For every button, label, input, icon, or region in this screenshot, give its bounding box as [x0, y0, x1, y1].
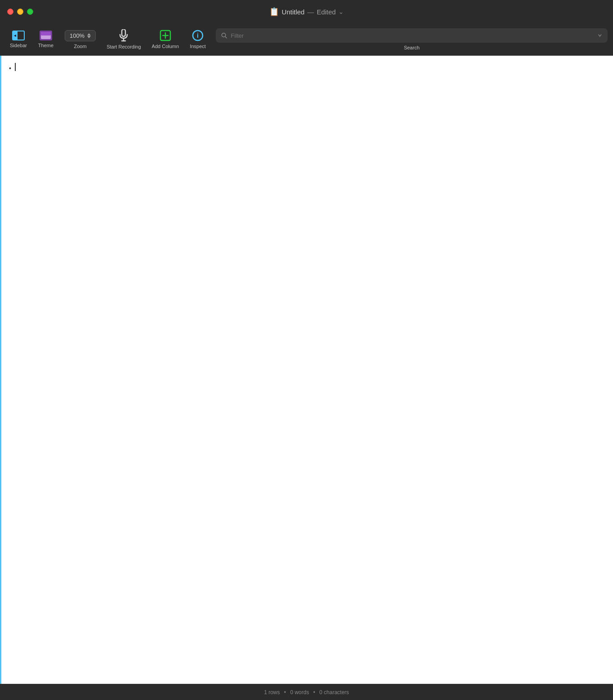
zoom-display[interactable]: 100% [65, 30, 96, 41]
sidebar-arrow-icon: ◂ [14, 33, 16, 38]
title-edited: Edited [317, 8, 336, 16]
traffic-lights [7, 9, 33, 15]
toolbar: ◂ Sidebar Theme 100% Zoom [0, 23, 613, 56]
inspect-label: Inspect [190, 44, 205, 49]
add-column-icon [160, 30, 171, 41]
theme-button[interactable]: Theme [33, 28, 58, 51]
status-characters: 0 characters [320, 689, 349, 696]
svg-line-12 [225, 36, 227, 38]
microphone-icon [119, 29, 129, 42]
status-dot1: • [284, 689, 286, 696]
maximize-button[interactable] [27, 9, 33, 15]
title-chevron: ⌄ [338, 8, 344, 15]
theme-label: Theme [38, 43, 53, 48]
start-recording-button[interactable]: Start Recording [102, 27, 145, 52]
sidebar-label: Sidebar [10, 43, 27, 48]
inspect-icon: i [192, 30, 204, 41]
zoom-label: Zoom [74, 44, 86, 49]
content-area[interactable]: • [0, 56, 613, 684]
search-icon [221, 32, 227, 39]
zoom-control[interactable]: 100% Zoom [60, 27, 100, 52]
svg-text:i: i [197, 32, 199, 39]
app-icon: 📋 [269, 7, 279, 17]
title-separator: — [307, 8, 314, 16]
status-words: 0 words [290, 689, 309, 696]
theme-icon [40, 31, 52, 40]
add-column-label: Add Column [152, 44, 179, 49]
add-column-button[interactable]: Add Column [147, 27, 184, 52]
start-recording-label: Start Recording [107, 44, 141, 49]
inspect-button[interactable]: i Inspect [185, 27, 210, 52]
sidebar-button[interactable]: ◂ Sidebar [5, 28, 31, 51]
search-input-wrap[interactable] [216, 28, 608, 43]
search-area: Search [216, 28, 608, 50]
title-text: Untitled [282, 8, 305, 16]
svg-rect-2 [41, 32, 51, 35]
status-bar: 1 rows • 0 words • 0 characters [0, 684, 613, 700]
text-cursor [15, 63, 16, 71]
editor-content[interactable]: • [0, 56, 613, 80]
zoom-arrows-icon [87, 33, 91, 38]
search-input[interactable] [231, 32, 595, 39]
minimize-button[interactable] [17, 9, 23, 15]
sidebar-icon-left: ◂ [13, 31, 18, 40]
sidebar-border [0, 56, 1, 684]
status-text: 1 rows • 0 words • 0 characters [264, 689, 349, 696]
sidebar-icon: ◂ [12, 31, 25, 40]
search-label: Search [216, 45, 608, 50]
status-rows: 1 rows [264, 689, 280, 696]
window-title: 📋 Untitled — Edited ⌄ [269, 7, 344, 17]
svg-rect-3 [122, 29, 125, 36]
bullet-point: • [9, 63, 11, 73]
close-button[interactable] [7, 9, 13, 15]
search-dropdown-icon [598, 33, 602, 38]
title-bar: 📋 Untitled — Edited ⌄ [0, 0, 613, 23]
zoom-value: 100% [70, 32, 84, 39]
status-dot2: • [313, 689, 315, 696]
